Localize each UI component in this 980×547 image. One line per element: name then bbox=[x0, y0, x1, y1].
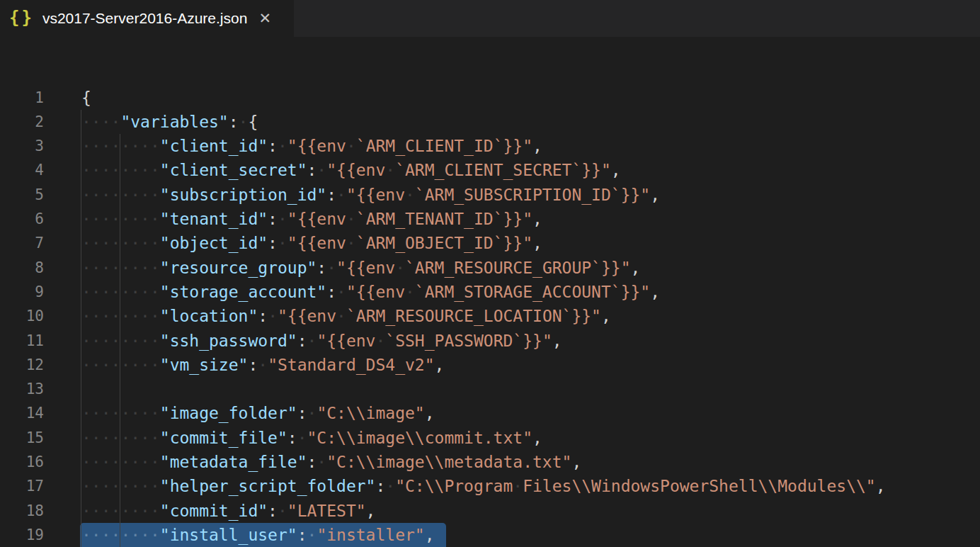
code-line-content[interactable]: ········"ssh_password":·"{{env·`SSH_PASS… bbox=[81, 329, 562, 353]
indent-guide bbox=[81, 499, 81, 523]
line-number[interactable]: 4 bbox=[0, 158, 44, 182]
json-key: "variables" bbox=[120, 113, 228, 131]
code-line[interactable]: 15········"commit_file":·"C:\\image\\com… bbox=[0, 426, 980, 450]
close-tab-icon[interactable]: ✕ bbox=[258, 10, 271, 27]
json-punctuation: : bbox=[326, 186, 336, 204]
indent-guide bbox=[120, 280, 120, 304]
code-line-content[interactable]: ········"image_folder":·"C:\\image", bbox=[81, 401, 435, 425]
line-number[interactable]: 13 bbox=[0, 377, 44, 401]
json-key: "location" bbox=[160, 307, 258, 325]
json-punctuation: : bbox=[317, 259, 326, 277]
code-line[interactable]: 12········"vm_size":·"Standard_DS4_v2", bbox=[0, 353, 980, 377]
code-line[interactable]: 1{ bbox=[0, 86, 980, 110]
code-line[interactable]: 19········"install_user":·"installer", bbox=[0, 523, 980, 547]
code-line[interactable]: 18········"commit_id":·"LATEST", bbox=[0, 499, 980, 523]
code-line[interactable]: 11········"ssh_password":·"{{env·`SSH_PA… bbox=[0, 329, 980, 353]
tab-vs2017-server2016-azure-json[interactable]: {} vs2017-Server2016-Azure.json ✕ bbox=[0, 0, 294, 37]
line-number[interactable]: 7 bbox=[0, 231, 44, 255]
json-punctuation: : bbox=[307, 161, 317, 179]
whitespace-dots: · bbox=[278, 137, 287, 155]
line-number[interactable]: 14 bbox=[0, 401, 44, 425]
code-line-content[interactable]: ········"vm_size":·"Standard_DS4_v2", bbox=[81, 353, 444, 377]
line-number[interactable]: 15 bbox=[0, 426, 44, 450]
code-line[interactable]: 4········"client_secret":·"{{env·`ARM_CL… bbox=[0, 158, 980, 182]
code-line[interactable]: 14········"image_folder":·"C:\\image", bbox=[0, 401, 980, 425]
code-line-content[interactable]: ········"client_secret":·"{{env·`ARM_CLI… bbox=[81, 158, 621, 182]
whitespace-dots: · bbox=[346, 234, 356, 252]
line-number[interactable]: 10 bbox=[0, 304, 44, 328]
line-number[interactable]: 19 bbox=[0, 523, 44, 547]
json-braces-icon: {} bbox=[9, 8, 34, 28]
code-line[interactable]: 6········"tenant_id":·"{{env·`ARM_TENANT… bbox=[0, 207, 980, 231]
code-line-content[interactable]: ········"storage_account":·"{{env·`ARM_S… bbox=[81, 280, 660, 304]
json-punctuation: , bbox=[571, 453, 581, 471]
code-line[interactable]: 3········"client_id":·"{{env·`ARM_CLIENT… bbox=[0, 134, 980, 158]
json-key: "subscription_id" bbox=[160, 186, 326, 204]
indent-guide bbox=[120, 158, 120, 182]
json-string-value: "{{env bbox=[287, 210, 346, 228]
code-line-content[interactable]: ········"subscription_id":·"{{env·`ARM_S… bbox=[81, 183, 660, 207]
json-key: "tenant_id" bbox=[160, 210, 268, 228]
line-number[interactable]: 11 bbox=[0, 329, 44, 353]
json-string-value: `ARM_CLIENT_SECRET`}}" bbox=[395, 161, 611, 179]
json-string-value: "installer" bbox=[317, 526, 424, 544]
json-punctuation: { bbox=[248, 113, 258, 131]
line-number[interactable]: 16 bbox=[0, 450, 44, 474]
code-line-content[interactable]: ········"commit_file":·"C:\\image\\commi… bbox=[81, 426, 542, 450]
code-line-content[interactable]: ········"object_id":·"{{env·`ARM_OBJECT_… bbox=[81, 231, 542, 255]
line-number[interactable]: 5 bbox=[0, 183, 44, 207]
code-area: 1{2····"variables":·{3········"client_id… bbox=[0, 86, 980, 547]
json-key: "client_id" bbox=[160, 137, 268, 155]
line-number[interactable]: 1 bbox=[0, 86, 44, 110]
line-number[interactable]: 12 bbox=[0, 353, 44, 377]
code-line-content[interactable]: ····"variables":·{ bbox=[81, 110, 258, 134]
line-number[interactable]: 6 bbox=[0, 207, 44, 231]
code-line-content[interactable]: ········"install_user":·"installer", bbox=[81, 523, 446, 547]
code-line-content[interactable]: ········"tenant_id":·"{{env·`ARM_TENANT_… bbox=[81, 207, 542, 231]
line-number[interactable]: 8 bbox=[0, 256, 44, 280]
json-key: "helper_script_folder" bbox=[160, 477, 376, 495]
whitespace-dots: · bbox=[317, 453, 326, 471]
code-line-content[interactable]: ········"metadata_file":·"C:\\image\\met… bbox=[81, 450, 581, 474]
whitespace-dots: ········ bbox=[81, 526, 160, 544]
code-line-content[interactable]: ········"location":·"{{env·`ARM_RESOURCE… bbox=[81, 304, 611, 328]
code-line-content[interactable]: ········"helper_script_folder":·"C:\\Pro… bbox=[81, 474, 886, 498]
code-line[interactable]: 9········"storage_account":·"{{env·`ARM_… bbox=[0, 280, 980, 304]
code-line[interactable]: 10········"location":·"{{env·`ARM_RESOUR… bbox=[0, 304, 980, 328]
json-punctuation: { bbox=[81, 89, 91, 107]
whitespace-dots: ········ bbox=[81, 356, 160, 374]
line-number[interactable]: 3 bbox=[0, 134, 44, 158]
json-string-value: "C:\\image\\commit.txt" bbox=[307, 429, 533, 447]
indent-guide bbox=[120, 329, 120, 353]
json-punctuation: , bbox=[366, 502, 376, 520]
line-number[interactable]: 9 bbox=[0, 280, 44, 304]
line-number[interactable]: 2 bbox=[0, 110, 44, 134]
indent-guide bbox=[81, 329, 81, 353]
code-line-content[interactable]: ········"client_id":·"{{env·`ARM_CLIENT_… bbox=[81, 134, 542, 158]
indent-guide bbox=[81, 231, 81, 255]
json-key: "vm_size" bbox=[160, 356, 249, 374]
line-number[interactable]: 17 bbox=[0, 474, 44, 498]
code-line-content[interactable]: ········"resource_group":·"{{env·`ARM_RE… bbox=[81, 256, 640, 280]
code-line[interactable]: 13 bbox=[0, 377, 980, 401]
indent-guide bbox=[81, 183, 81, 207]
indent-guide bbox=[120, 450, 120, 474]
whitespace-dots: ········ bbox=[81, 453, 160, 471]
json-punctuation: , bbox=[876, 477, 886, 495]
whitespace-dots: ········ bbox=[81, 502, 160, 520]
code-line[interactable]: 2····"variables":·{ bbox=[0, 110, 980, 134]
code-line-content[interactable]: ········"commit_id":·"LATEST", bbox=[81, 499, 375, 523]
code-line[interactable]: 5········"subscription_id":·"{{env·`ARM_… bbox=[0, 183, 980, 207]
code-line-content[interactable]: { bbox=[81, 86, 91, 110]
whitespace-dots: · bbox=[385, 161, 395, 179]
text-selection: ········"install_user":·"installer", bbox=[80, 523, 446, 547]
code-line[interactable]: 16········"metadata_file":·"C:\\image\\m… bbox=[0, 450, 980, 474]
tab-title: vs2017-Server2016-Azure.json bbox=[42, 10, 248, 27]
code-line[interactable]: 17········"helper_script_folder":·"C:\\P… bbox=[0, 474, 980, 498]
line-number[interactable]: 18 bbox=[0, 499, 44, 523]
whitespace-dots: · bbox=[278, 210, 287, 228]
indent-guide bbox=[120, 401, 120, 425]
code-line[interactable]: 7········"object_id":·"{{env·`ARM_OBJECT… bbox=[0, 231, 980, 255]
json-punctuation: , bbox=[611, 161, 621, 179]
code-line[interactable]: 8········"resource_group":·"{{env·`ARM_R… bbox=[0, 256, 980, 280]
